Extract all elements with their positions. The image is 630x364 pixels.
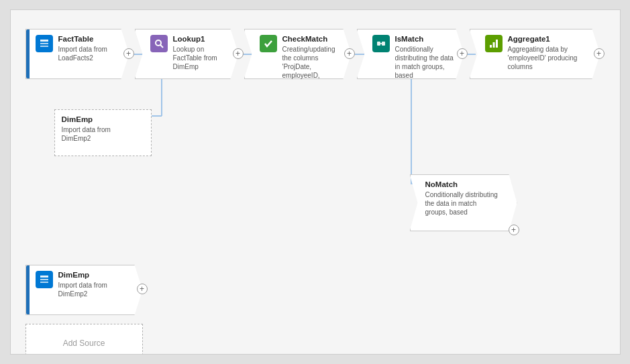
connector-v-2 — [411, 79, 412, 183]
dimemp-bottom-content: DimEmp Import data from DimEmp2 — [58, 271, 132, 298]
connector-v-1 — [161, 79, 162, 116]
ismatch-content: IsMatch Conditionally distributing the d… — [395, 35, 457, 80]
node-facttable[interactable]: FactTable Import data from LoadFacts2 — [25, 29, 129, 79]
plus-dimemp-bottom[interactable]: + — [137, 284, 148, 294]
node-nomatch[interactable]: NoMatch Conditionally distributing the d… — [410, 174, 517, 231]
svg-rect-11 — [40, 276, 48, 278]
plus-checkmatch[interactable]: + — [344, 48, 355, 59]
aggregate1-desc: Aggregating data by 'employeeID' produci… — [508, 45, 582, 71]
ismatch-icon — [372, 35, 390, 52]
svg-rect-6 — [382, 42, 385, 46]
add-source-box[interactable]: Add Source — [25, 324, 143, 355]
add-source-label: Add Source — [63, 339, 105, 348]
dimemp-bottom-icon — [36, 271, 53, 288]
facttable-icon — [36, 35, 53, 52]
svg-point-3 — [156, 40, 161, 46]
svg-rect-10 — [496, 40, 498, 48]
svg-rect-5 — [377, 42, 380, 46]
lookup1-content: Lookup1 Lookup on FactTable from DimEmp — [173, 35, 231, 71]
dimemp-bottom-desc: Import data from DimEmp2 — [58, 281, 132, 298]
plus-aggregate1[interactable]: + — [594, 48, 605, 59]
svg-rect-0 — [40, 40, 48, 42]
node-left-bar-bottom — [26, 265, 30, 314]
plus-ismatch[interactable]: + — [457, 48, 468, 59]
facttable-title: FactTable — [58, 35, 122, 43]
plus-facttable[interactable]: + — [123, 48, 134, 59]
plus-lookup1[interactable]: + — [233, 48, 244, 59]
connector-h-dimemp — [152, 115, 162, 117]
plus-nomatch[interactable]: + — [509, 225, 519, 235]
dimemp-top-desc: Import data from DimEmp2 — [62, 125, 136, 143]
checkmatch-desc: Creating/updating the columns 'ProjDate,… — [282, 45, 344, 80]
node-lookup1[interactable]: Lookup1 Lookup on FactTable from DimEmp — [135, 29, 239, 79]
dimemp-top-title: DimEmp — [62, 115, 136, 123]
aggregate1-content: Aggregate1 Aggregating data by 'employee… — [508, 35, 582, 71]
node-left-bar — [26, 29, 30, 78]
svg-rect-13 — [40, 282, 48, 283]
svg-rect-9 — [492, 42, 494, 48]
lookup1-icon — [150, 35, 168, 52]
aggregate1-icon — [485, 35, 503, 52]
dimemp-bottom-title: DimEmp — [58, 271, 132, 279]
ismatch-title: IsMatch — [395, 35, 457, 43]
node-checkmatch[interactable]: CheckMatch Creating/updating the columns… — [244, 29, 352, 79]
svg-rect-12 — [40, 279, 48, 280]
nomatch-desc: Conditionally distributing the data in m… — [425, 190, 499, 217]
svg-rect-8 — [490, 45, 492, 48]
facttable-desc: Import data from LoadFacts2 — [58, 45, 122, 62]
svg-rect-1 — [40, 43, 48, 44]
lookup1-title: Lookup1 — [173, 35, 231, 43]
lookup1-desc: Lookup on FactTable from DimEmp — [173, 45, 231, 71]
checkmatch-title: CheckMatch — [282, 35, 344, 43]
node-dimemp-bottom[interactable]: DimEmp Import data from DimEmp2 — [25, 265, 143, 315]
nomatch-title: NoMatch — [425, 180, 499, 188]
node-ismatch[interactable]: IsMatch Conditionally distributing the d… — [357, 29, 464, 79]
node-dimemp-top[interactable]: DimEmp Import data from DimEmp2 — [54, 109, 152, 156]
svg-rect-2 — [40, 46, 48, 47]
dimemp-top-content: DimEmp Import data from DimEmp2 — [62, 115, 136, 143]
node-aggregate1[interactable]: Aggregate1 Aggregating data by 'employee… — [470, 29, 600, 79]
pipeline-canvas: FactTable Import data from LoadFacts2 Lo… — [10, 9, 621, 355]
svg-line-4 — [160, 45, 163, 48]
ismatch-desc: Conditionally distributing the data in m… — [395, 45, 457, 80]
nomatch-content: NoMatch Conditionally distributing the d… — [425, 180, 499, 217]
facttable-content: FactTable Import data from LoadFacts2 — [58, 35, 122, 62]
aggregate1-title: Aggregate1 — [508, 35, 582, 43]
checkmatch-content: CheckMatch Creating/updating the columns… — [282, 35, 344, 80]
checkmatch-icon — [260, 35, 277, 52]
